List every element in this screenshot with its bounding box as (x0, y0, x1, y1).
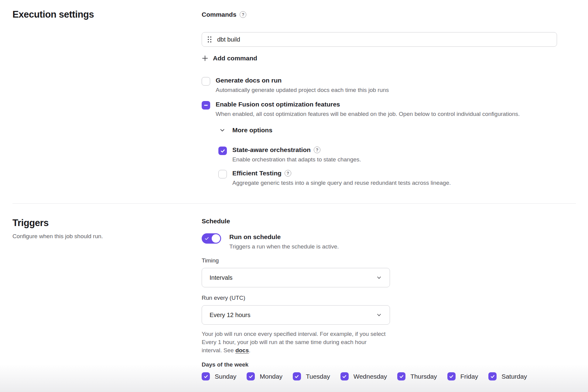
days-of-week-row: Sunday Monday Tuesday (202, 372, 573, 380)
run-on-schedule-description: Triggers a run when the schedule is acti… (229, 243, 339, 250)
interval-help-text: Your job will run once every specified i… (202, 330, 388, 354)
state-aware-description: Enable orchestration that adapts to stat… (232, 156, 361, 163)
monday-checkbox[interactable] (247, 372, 255, 380)
state-aware-text: State-aware orchestration ? Enable orche… (232, 146, 361, 163)
saturday-checkbox[interactable] (488, 372, 497, 380)
commands-help-icon[interactable]: ? (240, 11, 246, 18)
schedule-heading: Schedule (202, 218, 573, 225)
check-icon (399, 374, 404, 379)
check-icon (248, 374, 253, 379)
monday-label[interactable]: Monday (260, 373, 282, 380)
generate-docs-description: Automatically generate updated project d… (216, 87, 389, 93)
day-item-monday: Monday (247, 372, 282, 380)
timing-label: Timing (202, 257, 573, 264)
efficient-testing-help-icon[interactable]: ? (285, 170, 291, 177)
efficient-testing-row: Efficient Testing ? Aggregate generic te… (218, 170, 573, 186)
days-of-week-label: Days of the week (202, 361, 573, 368)
wednesday-checkbox[interactable] (340, 372, 349, 380)
triggers-section: Triggers Configure when this job should … (0, 204, 588, 380)
fusion-checkbox-indeterminate[interactable] (202, 101, 210, 110)
efficient-testing-description: Aggregate generic tests into a single qu… (232, 180, 451, 186)
commands-label-row: Commands ? (202, 11, 573, 18)
fusion-description: When enabled, all cost optimization feat… (216, 111, 520, 117)
command-value[interactable]: dbt build (217, 36, 240, 43)
run-on-schedule-text: Run on schedule Triggers a run when the … (229, 233, 339, 250)
commands-label: Commands (202, 11, 236, 18)
timing-select-value: Intervals (210, 274, 233, 281)
run-on-schedule-label[interactable]: Run on schedule (229, 233, 339, 241)
indeterminate-dash-icon (203, 103, 208, 108)
day-item-friday: Friday (447, 372, 478, 380)
toggle-check-icon (204, 236, 209, 241)
thursday-label[interactable]: Thursday (410, 373, 437, 380)
wednesday-label[interactable]: Wednesday (354, 373, 387, 380)
state-aware-row: State-aware orchestration ? Enable orche… (218, 146, 573, 163)
triggers-title: Triggers (12, 218, 202, 228)
run-on-schedule-row: Run on schedule Triggers a run when the … (202, 233, 573, 250)
run-every-label: Run every (UTC) (202, 295, 573, 301)
triggers-content: Schedule Run on schedule Triggers a run … (202, 218, 588, 380)
efficient-testing-label[interactable]: Efficient Testing ? (232, 170, 451, 177)
triggers-subtitle: Configure when this job should run. (12, 233, 202, 240)
check-icon (490, 374, 495, 379)
execution-settings-content: Commands ? dbt build Add command Generat… (202, 9, 588, 186)
chevron-down-icon (376, 275, 382, 281)
efficient-testing-label-text: Efficient Testing (232, 170, 282, 177)
state-aware-checkbox[interactable] (218, 147, 227, 155)
more-options-label: More options (232, 127, 272, 134)
efficient-testing-checkbox[interactable] (218, 170, 227, 178)
check-icon (449, 374, 454, 379)
generate-docs-checkbox[interactable] (202, 77, 210, 86)
day-item-wednesday: Wednesday (340, 372, 387, 380)
efficient-testing-text: Efficient Testing ? Aggregate generic te… (232, 170, 451, 186)
day-item-thursday: Thursday (397, 372, 437, 380)
add-command-button[interactable]: Add command (202, 55, 257, 62)
chevron-down-icon (219, 127, 226, 133)
drag-handle-icon[interactable] (208, 36, 211, 42)
generate-docs-text: Generate docs on run Automatically gener… (216, 77, 389, 93)
run-every-select-value: Every 12 hours (210, 312, 251, 319)
generate-docs-label[interactable]: Generate docs on run (216, 77, 389, 84)
fusion-text: Enable Fusion cost optimization features… (216, 101, 520, 117)
execution-settings-title: Execution settings (12, 9, 202, 20)
execution-settings-section: Execution settings Commands ? dbt build … (0, 0, 588, 186)
state-aware-label[interactable]: State-aware orchestration ? (232, 146, 361, 154)
sunday-label[interactable]: Sunday (215, 373, 236, 380)
tuesday-checkbox[interactable] (293, 372, 301, 380)
run-on-schedule-toggle[interactable] (202, 233, 221, 244)
docs-link[interactable]: docs (235, 347, 249, 353)
generate-docs-row: Generate docs on run Automatically gener… (202, 77, 573, 93)
state-aware-label-text: State-aware orchestration (232, 146, 311, 154)
friday-label[interactable]: Friday (460, 373, 478, 380)
check-icon (203, 374, 208, 379)
day-item-sunday: Sunday (202, 372, 236, 380)
friday-checkbox[interactable] (447, 372, 456, 380)
command-input[interactable]: dbt build (202, 32, 557, 47)
more-options-expander[interactable]: More options (219, 127, 272, 134)
state-aware-help-icon[interactable]: ? (314, 147, 320, 153)
add-command-label: Add command (213, 55, 257, 62)
sunday-checkbox[interactable] (202, 372, 210, 380)
interval-help-before: Your job will run once every specified i… (202, 331, 385, 353)
fusion-row: Enable Fusion cost optimization features… (202, 101, 573, 117)
job-settings-page: Execution settings Commands ? dbt build … (0, 0, 588, 392)
toggle-knob (212, 234, 220, 243)
saturday-label[interactable]: Saturday (501, 373, 527, 380)
day-item-saturday: Saturday (488, 372, 527, 380)
day-item-tuesday: Tuesday (293, 372, 330, 380)
execution-settings-left: Execution settings (0, 9, 202, 186)
interval-help-after: . (249, 347, 250, 353)
plus-icon (202, 55, 208, 62)
thursday-checkbox[interactable] (397, 372, 405, 380)
chevron-down-icon (376, 312, 382, 318)
triggers-left: Triggers Configure when this job should … (0, 218, 202, 380)
run-every-select[interactable]: Every 12 hours (202, 305, 390, 325)
check-icon (294, 374, 299, 379)
check-icon (342, 374, 347, 379)
tuesday-label[interactable]: Tuesday (306, 373, 330, 380)
fusion-label[interactable]: Enable Fusion cost optimization features (216, 101, 520, 108)
timing-select[interactable]: Intervals (202, 268, 390, 287)
check-icon (220, 148, 225, 154)
